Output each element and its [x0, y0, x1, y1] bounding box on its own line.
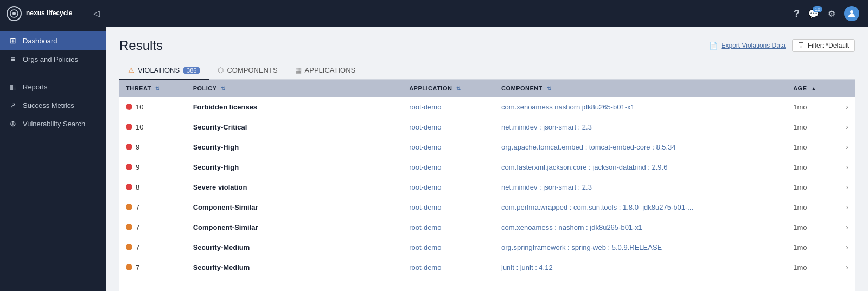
table-row[interactable]: 7Security-Mediumroot-demoorg.springframe… [119, 237, 855, 257]
filter-icon: ⛉ [798, 42, 805, 49]
cell-policy: Component-Similar [187, 217, 403, 237]
cell-age: 1mo [787, 197, 839, 217]
cell-policy: Security-Medium [187, 257, 403, 277]
cell-threat: 10 [119, 97, 187, 117]
cell-chevron[interactable]: › [839, 237, 855, 257]
cell-chevron[interactable]: › [839, 157, 855, 177]
header-actions: 📄 Export Violations Data ⛉ Filter: *Defa… [709, 39, 855, 52]
sidebar-logo: nexus lifecycle ◁ [0, 0, 106, 27]
table-row[interactable]: 8Severe violationroot-demonet.minidev : … [119, 177, 855, 197]
table-row[interactable]: 7Component-Similarroot-democom.xenoamess… [119, 217, 855, 237]
sidebar-item-label: Success Metrics [23, 101, 74, 109]
cell-threat: 9 [119, 157, 187, 177]
help-button[interactable]: ? [794, 8, 800, 20]
svg-point-1 [12, 12, 16, 15]
sidebar-divider [9, 73, 98, 73]
tabs-bar: ⚠ VIOLATIONS 386 ⬡ COMPONENTS ▦ APPLICAT… [119, 62, 855, 80]
cell-threat: 7 [119, 237, 187, 257]
components-tab-icon: ⬡ [218, 66, 224, 74]
table-row[interactable]: 9Security-Highroot-democom.fasterxml.jac… [119, 157, 855, 177]
sidebar-item-label: Reports [23, 83, 48, 91]
cell-component: net.minidev : json-smart : 2.3 [495, 117, 787, 137]
applications-tab-icon: ▦ [295, 66, 302, 74]
dashboard-icon: ⊞ [9, 36, 17, 45]
metrics-icon: ↗ [9, 101, 17, 109]
violations-tab-icon: ⚠ [128, 66, 135, 74]
cell-threat: 7 [119, 217, 187, 237]
content-header: Results 📄 Export Violations Data ⛉ Filte… [119, 38, 855, 53]
cell-application: root-demo [403, 157, 495, 177]
col-component[interactable]: COMPONENT ⇅ [495, 80, 787, 97]
cell-application: root-demo [403, 177, 495, 197]
tab-violations-label: VIOLATIONS [138, 66, 180, 74]
chat-button[interactable]: 💬 10 [808, 9, 819, 19]
col-threat[interactable]: THREAT ⇅ [119, 80, 187, 97]
sidebar: nexus lifecycle ◁ ⊞ Dashboard ≡ Orgs and… [0, 0, 106, 291]
main-content: ? 💬 10 ⚙ Results 📄 Export Violations Dat… [106, 0, 868, 291]
cell-component: org.apache.tomcat.embed : tomcat-embed-c… [495, 137, 787, 157]
results-table-wrapper: THREAT ⇅ POLICY ⇅ APPLICATION ⇅ COMPON [119, 80, 855, 291]
cell-application: root-demo [403, 217, 495, 237]
cell-threat: 9 [119, 137, 187, 157]
cell-chevron[interactable]: › [839, 137, 855, 157]
cell-chevron[interactable]: › [839, 97, 855, 117]
cell-age: 1mo [787, 117, 839, 137]
cell-chevron[interactable]: › [839, 257, 855, 277]
logo-icon [7, 6, 22, 21]
sidebar-item-orgs-policies[interactable]: ≡ Orgs and Policies [0, 50, 106, 68]
sidebar-nav: ⊞ Dashboard ≡ Orgs and Policies ▦ Report… [0, 27, 106, 137]
tab-applications-label: APPLICATIONS [305, 66, 356, 74]
table-row[interactable]: 7Security-Mediumroot-demojunit : junit :… [119, 257, 855, 277]
logo: nexus lifecycle [7, 6, 72, 21]
tab-components-label: COMPONENTS [227, 66, 277, 74]
sidebar-item-success-metrics[interactable]: ↗ Success Metrics [0, 96, 106, 114]
cell-policy: Security-Critical [187, 117, 403, 137]
export-violations-button[interactable]: 📄 Export Violations Data [709, 42, 786, 50]
row-chevron-icon: › [846, 122, 848, 131]
tab-applications[interactable]: ▦ APPLICATIONS [286, 62, 365, 80]
collapse-button[interactable]: ◁ [93, 8, 100, 18]
cell-chevron[interactable]: › [839, 117, 855, 137]
cell-application: root-demo [403, 257, 495, 277]
cell-component: com.xenoamess nashorn jdk8u265-b01-x1 [495, 97, 787, 117]
settings-button[interactable]: ⚙ [828, 9, 835, 19]
sidebar-item-label: Orgs and Policies [23, 55, 78, 63]
cell-age: 1mo [787, 237, 839, 257]
cell-chevron[interactable]: › [839, 177, 855, 197]
table-row[interactable]: 10Forbidden licensesroot-democom.xenoame… [119, 97, 855, 117]
cell-component: junit : junit : 4.12 [495, 257, 787, 277]
topbar: ? 💬 10 ⚙ [106, 0, 868, 27]
row-chevron-icon: › [846, 183, 848, 191]
cell-component: com.perfma.wrapped : com.sun.tools : 1.8… [495, 197, 787, 217]
application-sort-icon: ⇅ [456, 86, 461, 92]
cell-threat: 7 [119, 257, 187, 277]
tab-components[interactable]: ⬡ COMPONENTS [209, 62, 286, 80]
table-row[interactable]: 7Component-Similarroot-democom.perfma.wr… [119, 197, 855, 217]
cell-chevron[interactable]: › [839, 217, 855, 237]
table-row[interactable]: 10Security-Criticalroot-demonet.minidev … [119, 117, 855, 137]
cell-application: root-demo [403, 117, 495, 137]
row-chevron-icon: › [846, 143, 848, 151]
cell-application: root-demo [403, 97, 495, 117]
tab-violations[interactable]: ⚠ VIOLATIONS 386 [119, 62, 209, 80]
user-avatar[interactable] [844, 6, 859, 21]
col-policy[interactable]: POLICY ⇅ [187, 80, 403, 97]
cell-policy: Security-High [187, 157, 403, 177]
col-application[interactable]: APPLICATION ⇅ [403, 80, 495, 97]
col-age[interactable]: AGE ▲ [787, 80, 839, 97]
cell-chevron[interactable]: › [839, 197, 855, 217]
filter-button[interactable]: ⛉ Filter: *Default [792, 39, 855, 52]
row-chevron-icon: › [846, 102, 848, 111]
table-row[interactable]: 9Security-Highroot-demoorg.apache.tomcat… [119, 137, 855, 157]
sidebar-item-dashboard[interactable]: ⊞ Dashboard [0, 31, 106, 50]
cell-policy: Severe violation [187, 177, 403, 197]
sidebar-item-reports[interactable]: ▦ Reports [0, 77, 106, 96]
content-area: Results 📄 Export Violations Data ⛉ Filte… [106, 27, 868, 291]
cell-component: com.fasterxml.jackson.core : jackson-dat… [495, 157, 787, 177]
reports-icon: ▦ [9, 82, 17, 91]
page-title: Results [119, 38, 163, 53]
col-chevron [839, 80, 855, 97]
violations-count-badge: 386 [183, 67, 200, 74]
sidebar-item-vulnerability-search[interactable]: ⊕ Vulnerability Search [0, 114, 106, 133]
cell-threat: 10 [119, 117, 187, 137]
